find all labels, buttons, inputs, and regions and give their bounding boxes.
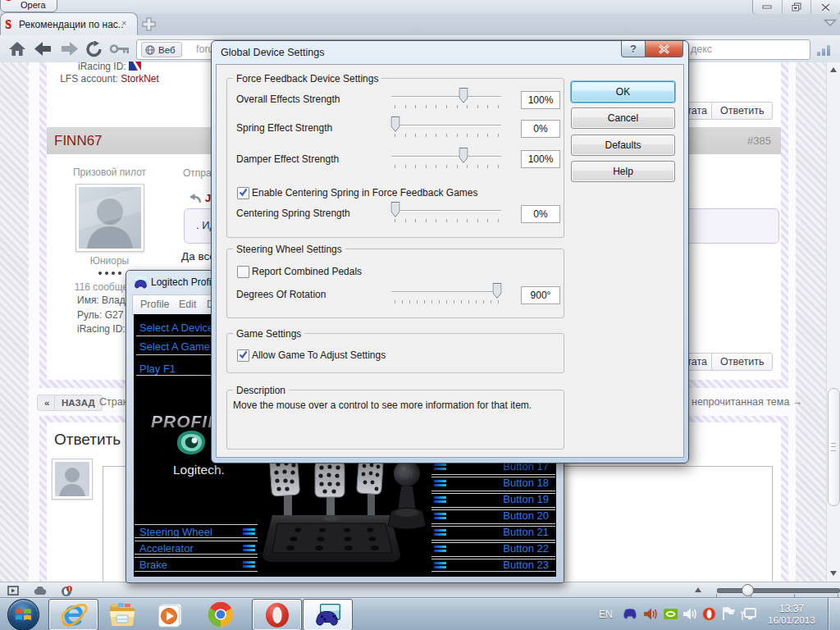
taskbar-opera-button[interactable]	[252, 599, 302, 630]
taskbar-ie-button[interactable]	[48, 599, 98, 630]
opera-turbo-icon[interactable]	[817, 45, 832, 56]
row-button-21[interactable]: Button 21	[431, 526, 549, 538]
ffb-group-label: Force Feedback Device Settings	[233, 73, 381, 84]
author-iracing-line: iRacing ID:	[77, 323, 126, 335]
avatar-image	[79, 187, 141, 249]
row-button-23[interactable]: Button 23	[431, 559, 549, 571]
opera-menu-label: Opera	[21, 0, 46, 10]
reply-button-bottom[interactable]: Ответить	[711, 353, 773, 371]
close-button[interactable]	[811, 0, 840, 14]
nav-select-device[interactable]: Select A Device	[139, 322, 213, 334]
scrollbar-down-icon[interactable]	[830, 571, 837, 576]
prev-iracing-line: iRacing ID:	[47, 61, 172, 72]
scrollbar-thumb[interactable]	[828, 388, 840, 506]
dialog-help-button[interactable]: ?	[621, 41, 646, 57]
new-tab-button[interactable]	[140, 17, 158, 32]
reply-button-top[interactable]: Ответить	[711, 102, 773, 120]
nav-select-game[interactable]: Select A Game	[139, 340, 210, 353]
address-badge[interactable]: Веб	[141, 42, 182, 57]
tab-close-icon[interactable]: ×	[121, 18, 126, 28]
search-placeholder: декс	[691, 43, 712, 55]
page-scrollbar[interactable]	[826, 62, 840, 582]
zoom-slider-track[interactable]	[717, 588, 840, 593]
post-number[interactable]: #385	[747, 135, 771, 147]
taskbar-chrome-button[interactable]	[196, 599, 244, 629]
window-controls	[752, 0, 840, 15]
row-button-20[interactable]: Button 20	[431, 509, 549, 522]
overall-strength-slider[interactable]	[459, 88, 468, 103]
opera-link-cloud-icon[interactable]	[34, 587, 47, 595]
row-button-18[interactable]: Button 18	[431, 477, 549, 489]
tray-language[interactable]: EN	[599, 609, 613, 620]
forward-icon[interactable]	[60, 41, 79, 57]
damper-strength-slider[interactable]	[459, 148, 468, 163]
next-unread-link[interactable]: непрочитанная тема →	[692, 396, 802, 408]
globe-icon	[145, 45, 155, 55]
prev-lfs-link[interactable]: StorkNet	[121, 73, 159, 84]
tray-volume-icon[interactable]	[682, 607, 697, 621]
button-19-icon	[434, 496, 446, 504]
reply-avatar	[52, 459, 93, 500]
tray-gamepad-icon[interactable]	[623, 609, 637, 619]
accelerator-axis-icon	[243, 545, 255, 552]
rotation-slider[interactable]	[493, 283, 502, 299]
centering-strength-slider[interactable]	[391, 202, 400, 217]
row-button-22[interactable]: Button 22	[431, 542, 549, 555]
taskbar-explorer-button[interactable]	[98, 599, 146, 629]
row-accelerator[interactable]: Accelerator	[139, 542, 194, 555]
tray-nvidia-icon[interactable]	[664, 609, 678, 619]
minimize-button[interactable]	[753, 0, 783, 14]
centering-spring-checkbox[interactable]	[237, 187, 249, 199]
spring-strength-slider[interactable]	[391, 116, 400, 132]
defaults-button[interactable]: Defaults	[571, 135, 675, 156]
chrome-icon	[208, 601, 234, 628]
back-icon[interactable]	[34, 41, 52, 57]
zoom-slider-thumb[interactable]	[742, 584, 754, 596]
tray-clock-date[interactable]: 16/01/2013	[768, 615, 815, 625]
tray-action-center-icon[interactable]	[722, 606, 736, 621]
game-adjust-checkbox[interactable]	[237, 349, 249, 362]
combined-pedals-checkbox[interactable]	[237, 266, 249, 278]
help-button[interactable]: Help	[571, 161, 675, 182]
taskbar-profiler-button[interactable]	[303, 599, 353, 630]
row-steering-wheel[interactable]: Steering Wheel	[139, 526, 212, 538]
avatar[interactable]	[75, 184, 144, 252]
post-author-name[interactable]: FINN67	[54, 133, 103, 149]
button-17-icon	[434, 463, 446, 471]
opera-unite-icon[interactable]	[61, 585, 73, 596]
start-button[interactable]	[7, 599, 39, 630]
cancel-button[interactable]: Cancel	[571, 107, 675, 129]
brake-axis-icon	[243, 561, 255, 568]
home-icon[interactable]	[8, 41, 26, 57]
reload-icon[interactable]	[85, 41, 103, 57]
ok-button[interactable]: OK	[571, 81, 675, 103]
profiler-taskbar-icon	[314, 602, 342, 628]
dialog-close-button[interactable]	[645, 41, 683, 57]
taskbar: EN 13:37 16/01/20	[0, 597, 840, 630]
password-key-icon[interactable]	[109, 43, 130, 54]
scrollbar-up-icon[interactable]	[830, 67, 837, 72]
button-20-icon	[434, 513, 446, 520]
row-brake[interactable]: Brake	[139, 559, 167, 571]
restore-button[interactable]	[783, 0, 812, 14]
opera-menu-button[interactable]: Opera	[0, 0, 57, 12]
nav-play-f1[interactable]: Play F1	[139, 363, 176, 375]
pagination-back-button[interactable]: НАЗАД	[54, 395, 103, 411]
tab-active[interactable]: S Рекомендации по нас... ×	[0, 12, 138, 36]
chevron-down-icon[interactable]	[824, 19, 837, 27]
tray-opera-icon[interactable]	[702, 607, 716, 621]
zoom-popup-icon[interactable]	[695, 587, 701, 592]
tray-network-icon[interactable]	[741, 607, 756, 621]
menu-edit[interactable]: Edit	[179, 299, 197, 310]
button-23-icon	[434, 562, 446, 569]
tray-volume-red-icon[interactable]	[643, 607, 658, 621]
spring-strength-label: Spring Effect Strength	[236, 122, 332, 134]
spring-strength-value: 0%	[521, 120, 560, 138]
tray-clock-time[interactable]: 13:37	[777, 603, 806, 614]
panel-toggle-icon[interactable]	[7, 586, 19, 596]
taskbar-wmp-button[interactable]	[147, 599, 195, 629]
show-desktop-button[interactable]	[828, 598, 840, 630]
overall-strength-value: 100%	[521, 91, 560, 109]
menu-profile[interactable]: Profile	[140, 299, 169, 310]
row-button-19[interactable]: Button 19	[431, 493, 549, 505]
